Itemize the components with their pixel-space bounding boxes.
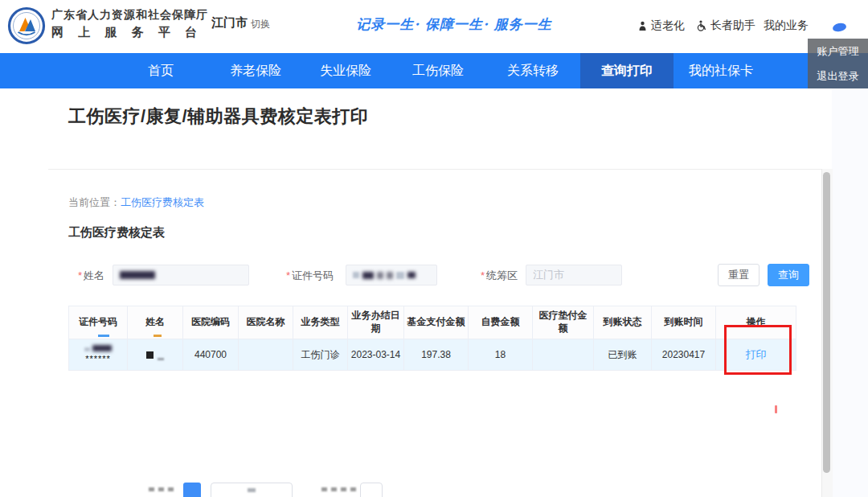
cell-settle-date: 2023-03-14 [348, 339, 404, 371]
portal-page: 广东省人力资源和社会保障厅 网 上 服 务 平 台 江门市 切换 记录一生· 保… [0, 0, 868, 497]
pagination-bar [149, 483, 383, 497]
redacted-id-segment [377, 272, 383, 279]
nav-social-card[interactable]: 我的社保卡 [674, 53, 768, 88]
col-arrive-time: 到账时间 [652, 306, 716, 339]
page-size-select[interactable] [211, 483, 293, 497]
main-nav: 首页 养老保险 失业保险 工伤保险 关系转移 查询打印 我的社保卡 [0, 53, 868, 88]
redacted-id-segment [407, 272, 416, 278]
redacted-name-value [120, 271, 155, 279]
id-field-label: *证件号码 [286, 269, 334, 283]
col-hospital-code: 医院编码 [183, 306, 239, 339]
redacted-id-fragment [92, 345, 112, 351]
cell-fund-pay: 197.38 [404, 339, 469, 371]
col-fund-pay: 基金支付金额 [404, 306, 469, 339]
switch-city-link[interactable]: 切换 [251, 18, 270, 31]
elder-mode-link[interactable]: 适老化 [637, 18, 685, 33]
cell-self-pay: 18 [469, 339, 533, 371]
org-title-line1: 广东省人力资源和社会保障厅 [51, 8, 208, 23]
breadcrumb-label: 当前位置： [68, 196, 121, 208]
elder-mode-icon [637, 21, 648, 31]
name-input[interactable] [113, 265, 249, 285]
region-field-label: *统筹区 [481, 269, 518, 283]
required-mark: * [481, 269, 485, 281]
redacted-id-fragment [84, 347, 90, 351]
elder-helper-link[interactable]: 长者助手 [696, 18, 755, 33]
col-advance-pay: 医疗垫付金额 [533, 306, 594, 339]
redacted-name-fragment [146, 351, 154, 359]
cell-id-number: ****** [69, 339, 128, 371]
breadcrumb: 当前位置：工伤医疗费核定表 [68, 195, 204, 210]
wheelchair-icon [696, 20, 707, 31]
search-button[interactable]: 查询 [768, 264, 809, 286]
redacted-id-segment [362, 272, 374, 279]
cell-arrive-status: 已到账 [594, 339, 652, 371]
page-title: 工伤医疗/康复/辅助器具费核定表打印 [68, 105, 368, 129]
nav-unemployment[interactable]: 失业保险 [307, 53, 384, 88]
top-header: 广东省人力资源和社会保障厅 网 上 服 务 平 台 江门市 切换 记录一生· 保… [0, 0, 868, 53]
nav-pension[interactable]: 养老保险 [217, 53, 294, 88]
org-title-line2: 网 上 服 务 平 台 [51, 25, 203, 40]
col-name: 姓名 [128, 306, 183, 339]
nav-home[interactable]: 首页 [133, 53, 189, 88]
my-business-link[interactable]: 我的业务 [764, 18, 809, 33]
redaction-artifact [98, 335, 109, 337]
breadcrumb-current-link[interactable]: 工伤医疗费核定表 [121, 196, 204, 208]
cell-business-type: 工伤门诊 [293, 339, 348, 371]
col-id-number: 证件号码 [69, 306, 128, 339]
col-business-type: 业务类型 [293, 306, 348, 339]
user-dropdown-menu: 账户管理 退出登录 [808, 39, 868, 88]
page-size-text-sliver [248, 488, 256, 492]
region-input[interactable]: 江门市 [526, 265, 622, 285]
menu-account-management[interactable]: 账户管理 [808, 39, 868, 64]
gov-logo-icon [7, 6, 46, 45]
pagination-goto-text-sliver [321, 487, 356, 491]
redaction-artifact [154, 335, 162, 337]
user-avatar-icon[interactable] [832, 22, 847, 32]
slogan-text: 记录一生· 保障一生· 服务一生 [342, 15, 567, 34]
cursor-artifact [775, 405, 777, 413]
cell-hospital-name [239, 339, 293, 371]
annotation-highlight-box [724, 325, 792, 375]
result-table: 证件号码 姓名 医院编码 医院名称 业务类型 业务办结日期 基金支付金额 自费金… [68, 306, 796, 371]
cell-name [128, 339, 183, 371]
cell-advance-pay [533, 339, 594, 371]
cell-hospital-code: 440700 [183, 339, 239, 371]
col-self-pay: 自费金额 [469, 306, 533, 339]
cell-arrive-time: 20230417 [652, 339, 716, 371]
pagination-page-1-button[interactable] [183, 483, 201, 497]
col-settle-date: 业务办结日期 [348, 306, 404, 339]
scrollbar-thumb[interactable] [823, 172, 830, 473]
id-number-input[interactable] [346, 265, 437, 285]
section-title: 工伤医疗费核定表 [68, 225, 165, 240]
required-mark: * [286, 269, 290, 281]
redacted-id-segment [396, 272, 404, 279]
nav-query-print[interactable]: 查询打印 [580, 53, 674, 88]
col-arrive-status: 到账状态 [594, 306, 652, 339]
current-city: 江门市 [211, 15, 248, 31]
redacted-id-segment [353, 272, 359, 278]
goto-page-input[interactable] [360, 483, 383, 497]
col-hospital-name: 医院名称 [239, 306, 293, 339]
required-mark: * [78, 269, 82, 281]
nav-transfer[interactable]: 关系转移 [494, 53, 571, 88]
table-row: ****** 440700 工伤门诊 2023-03-14 197.38 18 … [69, 339, 796, 371]
nav-work-injury[interactable]: 工伤保险 [399, 53, 477, 88]
page-right-gutter [832, 88, 868, 497]
redacted-id-segment [387, 272, 393, 279]
menu-logout[interactable]: 退出登录 [808, 64, 868, 88]
redacted-name-fragment [158, 358, 164, 360]
reset-button[interactable]: 重置 [718, 264, 760, 286]
card-top-border [48, 169, 821, 170]
name-field-label: *姓名 [78, 269, 104, 283]
pagination-total-text-sliver [149, 487, 174, 491]
table-header-row: 证件号码 姓名 医院编码 医院名称 业务类型 业务办结日期 基金支付金额 自费金… [69, 306, 796, 339]
